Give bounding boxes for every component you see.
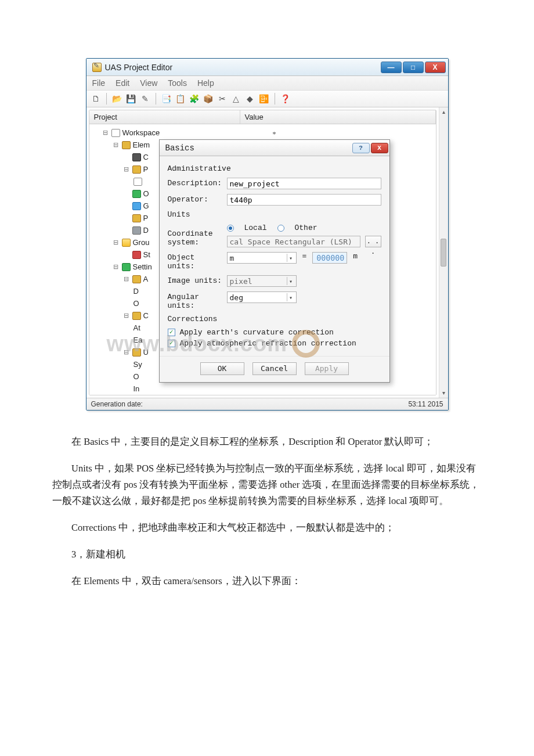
tool-10-icon[interactable]: △ <box>230 93 242 105</box>
new-icon[interactable]: 🗋 <box>90 93 102 105</box>
chevron-down-icon: ▾ <box>287 254 295 262</box>
tree-root[interactable]: ⊟ Workspace <box>94 127 436 139</box>
ang-combo-value: deg <box>230 293 243 302</box>
chevron-down-icon: ▾ <box>287 293 295 301</box>
operator-input[interactable] <box>227 194 381 206</box>
doc-p5: 在 Elements 中，双击 camera/sensors，进入以下界面： <box>52 573 482 589</box>
tree-u-o-label: O <box>134 372 139 381</box>
checkbox-atmospheric[interactable] <box>168 340 175 347</box>
tool-11-icon[interactable]: ◆ <box>244 93 256 105</box>
tree-a-d-label: D <box>134 287 139 296</box>
coord-system-input <box>227 236 360 247</box>
img-combo-value: pixel <box>230 277 252 286</box>
chevron-down-icon: ▾ <box>287 277 295 285</box>
diamond-icon <box>132 226 141 235</box>
img-units-combo: pixel ▾ <box>227 275 297 287</box>
tree-u-in[interactable]: In <box>94 383 436 395</box>
checkbox-curvature[interactable] <box>168 329 175 336</box>
dialog-close-button[interactable]: X <box>371 143 388 153</box>
obj-scale-input[interactable] <box>312 252 347 264</box>
radio-other-label: Other <box>295 224 317 232</box>
tree-group-label: Grou <box>133 238 150 247</box>
radio-local[interactable] <box>227 225 234 232</box>
gear-icon <box>132 165 141 174</box>
dialog-help-button[interactable]: ? <box>352 143 370 153</box>
doc-body: 在 Basics 中，主要目的是定义目标工程的坐标系，Description 和… <box>52 434 482 589</box>
tree-c-label: C <box>143 311 149 320</box>
help-icon[interactable]: ❓ <box>280 93 291 105</box>
dialog-body: Administrative Description: Operator: Un… <box>160 156 389 352</box>
doc-p2: Units 中，如果 POS 坐标已经转换为与控制点一致的平面坐标系统，选择 l… <box>52 460 482 509</box>
ok-button[interactable]: OK <box>200 362 244 375</box>
settings-icon <box>122 263 131 271</box>
dialog-title: Basics <box>165 143 351 153</box>
obj-unit-suffix: m <box>351 252 358 261</box>
app-icon <box>92 63 102 72</box>
strip-icon <box>132 251 141 259</box>
label-coord: Coordinate system: <box>168 224 223 247</box>
radio-other[interactable] <box>277 225 284 232</box>
vertical-scrollbar[interactable]: ▴ ▾ <box>439 107 448 398</box>
tree-g-label: G <box>143 201 149 210</box>
menu-tools[interactable]: Tools <box>168 78 187 88</box>
tree-p2-label: P <box>143 214 149 222</box>
equals-sign: = <box>300 252 309 261</box>
open-icon[interactable]: 📂 <box>111 93 123 105</box>
c-icon <box>132 312 141 320</box>
scroll-up-icon[interactable]: ▴ <box>442 107 445 117</box>
dialog-titlebar: * Basics ? X <box>160 140 389 156</box>
tool-12-icon[interactable]: 📴 <box>258 93 270 105</box>
tree-d-label: D <box>143 226 149 235</box>
tool-5-icon[interactable]: 📑 <box>161 93 172 105</box>
section-units: Units <box>168 210 381 219</box>
doc-icon <box>134 178 142 186</box>
minimize-button[interactable]: — <box>381 62 402 73</box>
status-right: 53:11 2015 <box>408 400 443 408</box>
status-bar: Generation date: 53:11 2015 <box>86 398 448 410</box>
elements-icon <box>122 141 131 149</box>
save-icon[interactable]: 💾 <box>125 93 137 105</box>
status-left: Generation date: <box>91 400 143 408</box>
menu-file[interactable]: File <box>92 78 106 88</box>
maximize-button[interactable]: □ <box>403 62 424 73</box>
tool-6-icon[interactable]: 📋 <box>175 93 186 105</box>
scroll-thumb[interactable] <box>441 239 446 267</box>
menu-help[interactable]: Help <box>197 78 214 88</box>
workspace-icon <box>111 129 120 137</box>
grid-icon <box>132 190 141 198</box>
menu-edit[interactable]: Edit <box>116 78 129 88</box>
tree-c-at-label: At <box>134 323 140 332</box>
ang-units-combo[interactable]: deg ▾ <box>227 291 297 303</box>
tree-elem-label: Elem <box>133 141 150 149</box>
apply-button[interactable]: Apply <box>305 362 349 375</box>
menu-bar: File Edit View Tools Help <box>86 76 448 91</box>
titlebar: UAS Project Editor — □ X <box>86 59 448 76</box>
tree-root-label: Workspace <box>122 128 160 137</box>
tool-9-icon[interactable]: ✂ <box>217 93 228 105</box>
scroll-down-icon[interactable]: ▾ <box>442 388 445 398</box>
folder-icon <box>122 239 131 247</box>
tree-p-label: P <box>143 165 149 174</box>
cancel-button[interactable]: Cancel <box>252 362 297 375</box>
column-project[interactable]: Project <box>89 110 240 124</box>
tree-a-o-label: O <box>134 299 139 308</box>
doc-p4: 3，新建相机 <box>52 546 482 563</box>
doc-p1: 在 Basics 中，主要目的是定义目标工程的坐标系，Description 和… <box>52 434 482 450</box>
menu-view[interactable]: View <box>140 78 157 88</box>
dialog-star: * <box>272 129 276 139</box>
tool-7-icon[interactable]: 🧩 <box>189 93 200 105</box>
close-button[interactable]: X <box>425 62 446 73</box>
label-img-units: Image units: <box>168 275 223 285</box>
section-admin: Administrative <box>168 164 381 173</box>
obj-units-combo[interactable]: m ▾ <box>227 252 297 264</box>
tree-settings-label: Settin <box>133 262 152 271</box>
tool-8-icon[interactable]: 📦 <box>203 93 214 105</box>
doc-p3: Corrections 中，把地球曲率校正和大气校正都选中，一般默认都是选中的； <box>52 520 482 536</box>
client-area: Project Value ⊟ Workspace ⊟ Elem C <box>86 107 448 398</box>
tree-o-label: O <box>143 189 149 198</box>
camera-icon <box>132 153 141 161</box>
column-value[interactable]: Value <box>240 110 436 124</box>
description-input[interactable] <box>227 178 381 189</box>
edit-icon[interactable]: ✎ <box>139 93 151 105</box>
coord-browse-button[interactable]: . . . <box>365 236 381 247</box>
